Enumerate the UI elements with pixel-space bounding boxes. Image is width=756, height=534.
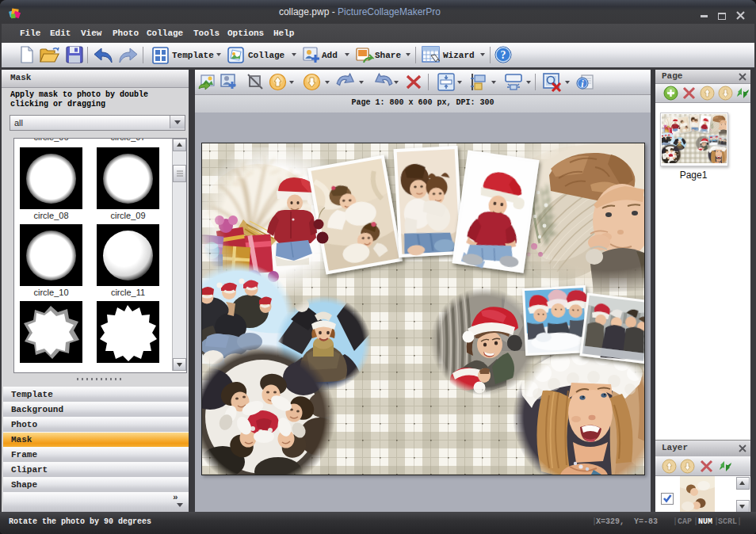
svg-text:?: ?: [501, 49, 506, 61]
